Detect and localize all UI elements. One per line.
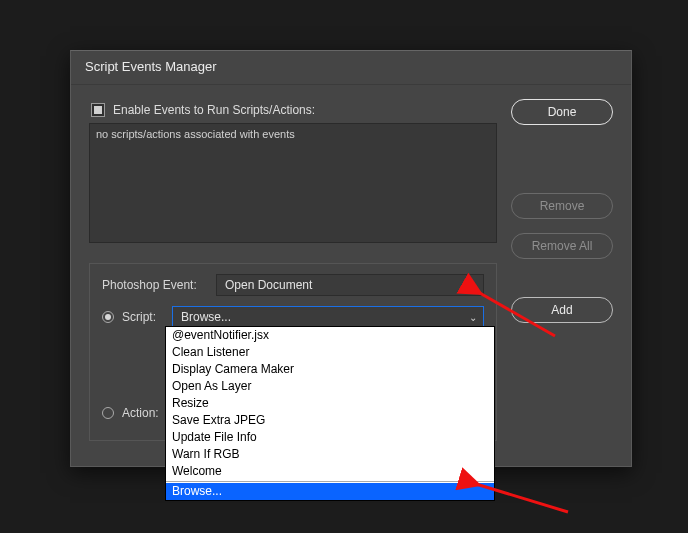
events-list-box[interactable]: no scripts/actions associated with event… [89,123,497,243]
done-button[interactable]: Done [511,99,613,125]
remove-all-button[interactable]: Remove All [511,233,613,259]
script-dropdown[interactable]: Browse... ⌄ [172,306,484,328]
photoshop-event-dropdown[interactable]: Open Document ⌄ [216,274,484,296]
dropdown-item[interactable]: Update File Info [166,429,494,446]
script-label: Script: [122,310,164,324]
action-label: Action: [122,406,164,420]
events-list-placeholder: no scripts/actions associated with event… [96,128,295,140]
remove-button[interactable]: Remove [511,193,613,219]
dropdown-item[interactable]: Warn If RGB [166,446,494,463]
action-radio[interactable] [102,407,114,419]
dialog-title: Script Events Manager [71,51,631,85]
dropdown-item[interactable]: @eventNotifier.jsx [166,327,494,344]
dropdown-item[interactable]: Display Camera Maker [166,361,494,378]
script-radio[interactable] [102,311,114,323]
dropdown-item[interactable]: Open As Layer [166,378,494,395]
photoshop-event-value: Open Document [225,278,312,292]
annotation-arrow [470,288,570,352]
dropdown-item[interactable]: Resize [166,395,494,412]
svg-line-0 [478,292,555,336]
script-value: Browse... [181,310,231,324]
enable-events-label: Enable Events to Run Scripts/Actions: [113,103,315,117]
dropdown-item[interactable]: Clean Listener [166,344,494,361]
dropdown-item[interactable]: Save Extra JPEG [166,412,494,429]
dropdown-separator [166,481,494,482]
script-dropdown-list[interactable]: @eventNotifier.jsxClean ListenerDisplay … [165,326,495,501]
event-label: Photoshop Event: [102,278,206,292]
dropdown-item[interactable]: Welcome [166,463,494,480]
enable-events-checkbox[interactable] [91,103,105,117]
dropdown-item-browse[interactable]: Browse... [166,483,494,500]
svg-line-1 [476,484,568,512]
annotation-arrow [470,478,580,522]
